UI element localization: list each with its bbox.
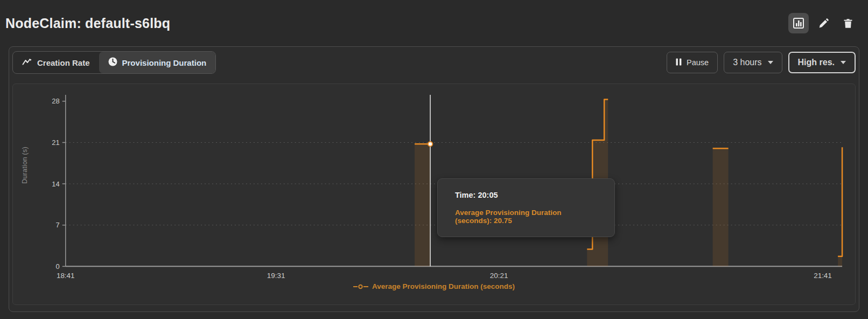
toolbar-controls: Pause 3 hours High res. [667, 52, 856, 73]
resolution-value: High res. [798, 58, 835, 67]
svg-text:0: 0 [56, 262, 60, 271]
time-range-dropdown[interactable]: 3 hours [724, 52, 782, 73]
metric-tabs: Creation Rate Provisioning Duration [12, 51, 216, 74]
pause-label: Pause [687, 58, 709, 67]
legend-marker-icon [353, 284, 368, 289]
delete-button[interactable] [838, 13, 858, 33]
header-actions [788, 13, 858, 33]
tab-provisioning-duration[interactable]: Provisioning Duration [99, 52, 216, 73]
page-title: NodeClaim: default-s6lbq [5, 16, 170, 31]
bar-chart-icon [793, 17, 804, 29]
chart-legend[interactable]: Average Provisioning Duration (seconds) [13, 282, 855, 290]
tooltip-value: Average Provisioning Duration (seconds):… [455, 209, 597, 225]
legend-label: Average Provisioning Duration (seconds) [372, 282, 515, 290]
chevron-down-icon [768, 61, 773, 64]
chart-plot-area[interactable]: 0714212818:4119:3120:2121:41 [13, 84, 855, 304]
svg-text:19:31: 19:31 [267, 272, 285, 280]
tab-label: Creation Rate [37, 58, 90, 67]
edit-button[interactable] [813, 13, 834, 33]
svg-text:21:41: 21:41 [814, 272, 832, 280]
svg-text:18:41: 18:41 [57, 272, 75, 280]
chart-toolbar: Creation Rate Provisioning Duration [12, 51, 856, 74]
trend-line-icon [22, 58, 32, 67]
svg-text:28: 28 [52, 97, 59, 105]
resolution-dropdown[interactable]: High res. [788, 52, 856, 73]
pause-button[interactable]: Pause [667, 52, 718, 73]
tooltip-time: Time: 20:05 [455, 191, 597, 199]
tab-creation-rate[interactable]: Creation Rate [13, 52, 99, 73]
svg-text:20:21: 20:21 [490, 272, 508, 280]
chart-view-button[interactable] [788, 13, 809, 33]
page-header: NodeClaim: default-s6lbq [0, 0, 868, 46]
svg-text:21: 21 [52, 138, 59, 147]
chart-panel: Creation Rate Provisioning Duration [9, 46, 859, 312]
tab-label: Provisioning Duration [122, 58, 207, 67]
time-range-value: 3 hours [733, 58, 761, 67]
duration-chart[interactable]: Duration (s) 0714212818:4119:3120:2121:4… [12, 84, 856, 305]
trash-icon [843, 18, 853, 29]
chevron-down-icon [841, 61, 846, 64]
chart-tooltip: Time: 20:05 Average Provisioning Duratio… [437, 178, 615, 237]
pause-icon [676, 58, 682, 67]
clock-icon [108, 57, 117, 68]
svg-text:14: 14 [52, 180, 59, 188]
svg-text:7: 7 [56, 221, 60, 229]
pencil-icon [818, 18, 829, 29]
